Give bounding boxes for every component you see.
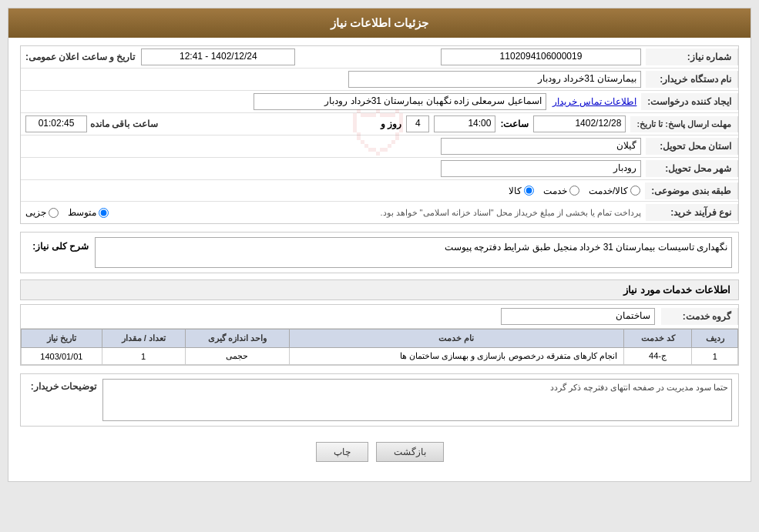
- announce-date-cell: 1402/12/24 - 12:41 تاریخ و ساعت اعلان عم…: [21, 46, 334, 68]
- deadline-date: 1402/12/28: [533, 115, 626, 132]
- category-row: طبقه بندی موضوعی: کالا/خدمت خدمت: [21, 180, 738, 202]
- remaining-label: ساعت باقی مانده: [90, 119, 158, 129]
- city-value: رودبار: [441, 160, 641, 177]
- creator-row: ایجاد کننده درخواست: اطلاعات تماس خریدار…: [21, 91, 738, 113]
- purchase-type-row-inner: پرداخت تمام یا بخشی از مبلغ خریداز محل "…: [25, 207, 641, 218]
- deadline-time: 14:00: [434, 115, 495, 132]
- cell-code: ج-44: [623, 348, 692, 365]
- need-desc-label: شرح کلی نیاز:: [27, 237, 89, 252]
- city-row: شهر محل تحویل: رودبار: [21, 158, 738, 180]
- announce-date-label: تاریخ و ساعت اعلان عمومی:: [25, 52, 135, 62]
- deadline-value-cell: 1402/12/28 ساعت: 14:00 4 روز و ساعت باقی…: [21, 113, 630, 135]
- buyer-org-value: بیمارستان 31خرداد رودبار: [348, 71, 641, 88]
- category-label: طبقه بندی موضوعی:: [645, 182, 738, 199]
- deadline-time-label: ساعت:: [500, 119, 529, 129]
- province-value-cell: گیلان: [21, 136, 646, 157]
- print-button[interactable]: چاپ: [316, 442, 368, 462]
- buyer-notes-label: توضیحات خریدار:: [27, 379, 96, 392]
- category-radio-khadamat-input[interactable]: [569, 186, 579, 196]
- col-header-row: ردیف: [692, 330, 738, 348]
- category-radio-kala[interactable]: کالا: [509, 186, 534, 196]
- page-header: جزئیات اطلاعات نیاز: [8, 8, 751, 38]
- category-radio-khadamat[interactable]: خدمت: [543, 186, 579, 196]
- buyer-org-value-cell: بیمارستان 31خرداد رودبار: [21, 69, 646, 90]
- purchase-type-desc: پرداخت تمام یا بخشی از مبلغ خریداز محل "…: [119, 208, 641, 218]
- deadline-days-label: روز و: [381, 119, 401, 129]
- deadline-days: 4: [406, 115, 429, 132]
- need-desc-box: نگهداری تاسیسات بیمارستان 31 خرداد منجیل…: [95, 237, 732, 268]
- buyer-notes-text: حتما سود مدیریت در صفحه انتهای دفترچه ذک…: [103, 380, 731, 396]
- creator-link[interactable]: اطلاعات تماس خریدار: [552, 96, 637, 107]
- city-label: شهر محل تحویل:: [646, 160, 738, 177]
- buyer-notes-box: حتما سود مدیریت در صفحه انتهای دفترچه ذک…: [102, 379, 732, 421]
- province-value: گیلان: [441, 138, 641, 155]
- creator-label: ایجاد کننده درخواست:: [641, 93, 738, 110]
- deadline-row-inner: 1402/12/28 ساعت: 14:00 4 روز و ساعت باقی…: [25, 115, 626, 132]
- content-area: 🛡 شماره نیاز: 1102094106000019 1402/12/2…: [8, 38, 751, 481]
- cell-row: 1: [692, 348, 738, 365]
- creator-value: اسماعیل سرمعلی زاده نگهبان بیمارستان 31خ…: [254, 93, 546, 110]
- category-radio-kala-service[interactable]: کالا/خدمت: [589, 186, 640, 196]
- purchase-type-radio-medium-input[interactable]: [99, 208, 109, 218]
- purchase-type-radio-minor[interactable]: جزیی: [25, 207, 59, 218]
- purchase-type-value-cell: پرداخت تمام یا بخشی از مبلغ خریداز محل "…: [21, 205, 646, 220]
- services-table-container: ردیف کد خدمت نام خدمت واحد اندازه گیری ت…: [21, 329, 738, 365]
- page-title: جزئیات اطلاعات نیاز: [331, 16, 428, 29]
- service-group-label: گروه خدمت:: [661, 308, 738, 325]
- need-number-row: شماره نیاز: 1102094106000019 1402/12/24 …: [21, 46, 738, 69]
- need-number-value: 1102094106000019: [441, 49, 641, 65]
- cell-date: 1403/01/01: [22, 348, 102, 365]
- category-value-cell: کالا/خدمت خدمت کالا: [21, 183, 645, 199]
- service-group-input: ساختمان: [501, 308, 655, 325]
- buyer-org-label: نام دستگاه خریدار:: [646, 71, 738, 88]
- page-container: جزئیات اطلاعات نیاز 🛡 شماره نیاز: 110209…: [8, 8, 751, 482]
- creator-value-cell: اطلاعات تماس خریدار اسماعیل سرمعلی زاده …: [21, 91, 641, 112]
- purchase-type-label: نوع فرآیند خرید:: [646, 204, 738, 221]
- service-group-row: گروه خدمت: ساختمان: [21, 305, 738, 329]
- need-desc-value: نگهداری تاسیسات بیمارستان 31 خرداد منجیل…: [445, 242, 727, 253]
- purchase-type-radio-minor-label: جزیی: [25, 207, 46, 218]
- province-label: استان محل تحویل:: [646, 138, 738, 155]
- buyer-notes-section: حتما سود مدیریت در صفحه انتهای دفترچه ذک…: [20, 373, 739, 427]
- col-header-qty: تعداد / مقدار: [102, 330, 185, 348]
- col-header-code: کد خدمت: [623, 330, 692, 348]
- buyer-org-row: نام دستگاه خریدار: بیمارستان 31خرداد رود…: [21, 69, 738, 91]
- cell-qty: 1: [102, 348, 185, 365]
- category-radio-khadamat-label: خدمت: [543, 186, 567, 196]
- services-section: گروه خدمت: ساختمان ردیف کد خدمت نام خدمت…: [20, 304, 739, 366]
- category-radio-kala-service-input[interactable]: [630, 186, 640, 196]
- services-section-title: اطلاعات خدمات مورد نیاز: [20, 279, 739, 300]
- purchase-type-radio-medium-label: متوسط: [68, 207, 96, 218]
- deadline-row: مهلت ارسال پاسخ: تا تاریخ: 1402/12/28 سا…: [21, 113, 738, 136]
- back-button[interactable]: بازگشت: [376, 442, 444, 462]
- need-desc-section: نگهداری تاسیسات بیمارستان 31 خرداد منجیل…: [20, 232, 739, 273]
- services-table: ردیف کد خدمت نام خدمت واحد اندازه گیری ت…: [21, 329, 738, 365]
- remaining-value: 01:02:45: [25, 115, 87, 132]
- need-number-value-cell: 1102094106000019: [334, 46, 646, 68]
- purchase-type-radio-minor-input[interactable]: [49, 208, 59, 218]
- announce-date-value: 1402/12/24 - 12:41: [141, 49, 295, 65]
- category-radio-kala-service-label: کالا/خدمت: [589, 186, 628, 196]
- need-number-label: شماره نیاز:: [646, 49, 738, 65]
- col-header-date: تاریخ نیاز: [22, 330, 102, 348]
- col-header-unit: واحد اندازه گیری: [185, 330, 289, 348]
- table-row: 1 ج-44 انجام کارهای متفرقه درخصوص بازساز…: [22, 348, 738, 365]
- purchase-type-radio-group: متوسط جزیی: [25, 207, 109, 218]
- purchase-type-row: نوع فرآیند خرید: پرداخت تمام یا بخشی از …: [21, 202, 738, 223]
- category-radio-kala-input[interactable]: [524, 186, 534, 196]
- table-header-row: ردیف کد خدمت نام خدمت واحد اندازه گیری ت…: [22, 330, 738, 348]
- purchase-type-radio-medium[interactable]: متوسط: [68, 207, 109, 218]
- info-section: 🛡 شماره نیاز: 1102094106000019 1402/12/2…: [20, 45, 739, 224]
- footer-buttons: بازگشت چاپ: [20, 434, 739, 473]
- category-radio-group: کالا/خدمت خدمت کالا: [509, 186, 640, 196]
- cell-unit: حجمی: [185, 348, 289, 365]
- category-radio-kala-label: کالا: [509, 186, 522, 196]
- cell-name: انجام کارهای متفرقه درخصوص بازسازی و بهس…: [289, 348, 623, 365]
- province-row: استان محل تحویل: گیلان: [21, 136, 738, 158]
- col-header-name: نام خدمت: [289, 330, 623, 348]
- deadline-remaining: ساعت باقی مانده 01:02:45: [25, 115, 158, 132]
- deadline-label: مهلت ارسال پاسخ: تا تاریخ:: [630, 116, 738, 132]
- city-value-cell: رودبار: [21, 158, 646, 179]
- service-group-value: ساختمان: [495, 305, 661, 328]
